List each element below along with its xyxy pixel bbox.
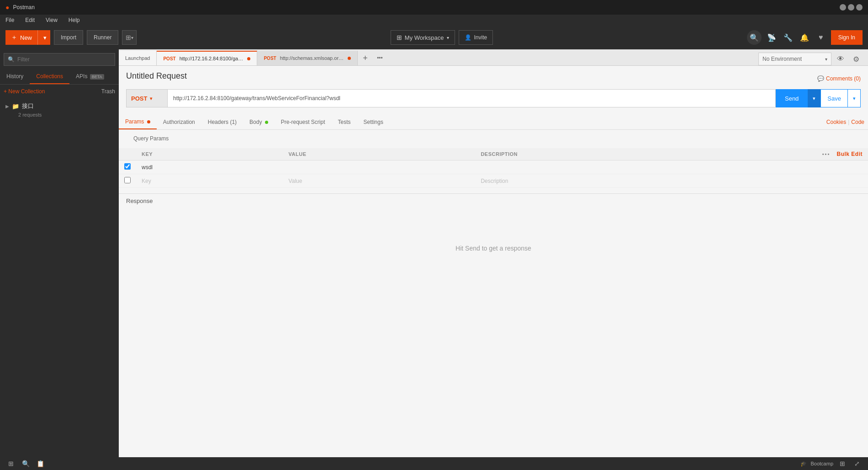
chevron-down-icon: ▾ xyxy=(43,34,47,41)
param-actions-p xyxy=(795,174,868,188)
req-tab-params[interactable]: Params xyxy=(119,115,157,129)
sidebar-icon: ⊞ xyxy=(8,460,14,467)
expand-icon: ▶ xyxy=(5,104,9,109)
request-tabs: Params Authorization Headers (1) Body Pr… xyxy=(119,115,868,130)
minimize-button[interactable] xyxy=(840,4,846,11)
app-title: Postman xyxy=(13,4,34,11)
collection-status-button[interactable]: 📋 xyxy=(35,458,46,469)
method-select[interactable]: POST ▾ xyxy=(126,89,167,107)
new-button[interactable]: ＋ New ▾ xyxy=(5,30,50,45)
req-tab-settings[interactable]: Settings xyxy=(357,115,390,129)
tab-launchpad[interactable]: Launchpad xyxy=(119,51,157,65)
param-checkbox-1[interactable] xyxy=(124,163,131,170)
req-tab-tests[interactable]: Tests xyxy=(332,115,357,129)
bootcamp-link[interactable]: Bootcamp xyxy=(810,461,833,466)
expand-button[interactable]: ⤢ xyxy=(852,458,863,469)
menu-view[interactable]: View xyxy=(44,16,59,24)
workspace-chevron: ▾ xyxy=(447,35,449,40)
param-row-placeholder: Key Value Description xyxy=(119,174,868,188)
save-button[interactable]: Save xyxy=(820,89,848,107)
layout-button[interactable]: ⊞ xyxy=(837,458,848,469)
req-tab-body[interactable]: Body xyxy=(243,115,275,129)
cookies-link[interactable]: Cookies xyxy=(826,119,846,125)
filter-search-icon: 🔍 xyxy=(8,56,15,63)
environment-select[interactable]: No Environment ▾ xyxy=(758,53,831,65)
content-area: Launchpad POST http://172.16.2.84:8100/g… xyxy=(119,49,868,457)
collection-row[interactable]: ▶ 📁 接口 xyxy=(4,100,115,112)
close-button[interactable] xyxy=(856,4,863,11)
tab-request-1[interactable]: POST http://172.16.2.84:8100/gatew... xyxy=(157,51,257,65)
comments-link[interactable]: 💬 Comments (0) xyxy=(817,75,861,82)
workspace-button[interactable]: ⊞ My Workspace ▾ xyxy=(391,30,455,45)
sidebar-toggle-button[interactable]: ⊞ xyxy=(5,458,16,469)
sidebar-tab-history[interactable]: History xyxy=(0,69,30,84)
more-options-button[interactable]: ••• xyxy=(822,151,831,157)
send-button[interactable]: Send xyxy=(776,89,808,107)
interceptor-button[interactable]: 📡 xyxy=(765,31,778,44)
param-checkbox-cell-1 xyxy=(119,160,136,174)
notification-button[interactable]: 🔔 xyxy=(798,31,811,44)
layout-icon: ⊞ xyxy=(840,460,845,467)
env-chevron: ▾ xyxy=(825,57,827,62)
menu-file[interactable]: File xyxy=(4,16,16,24)
toolbar-extra-icon: ⊞ xyxy=(126,34,131,41)
save-dropdown-button[interactable]: ▾ xyxy=(848,89,861,107)
menu-help[interactable]: Help xyxy=(67,16,82,24)
env-eye-button[interactable]: 👁 xyxy=(834,53,847,65)
filter-input[interactable] xyxy=(17,56,111,63)
bulk-edit-button[interactable]: Bulk Edit xyxy=(836,151,863,157)
req-tab-headers[interactable]: Headers (1) xyxy=(201,115,243,129)
env-settings-button[interactable]: ⚙ xyxy=(850,53,863,65)
req-tab-pre-request-script[interactable]: Pre-request Script xyxy=(275,115,332,129)
more-tabs-button[interactable]: ••• xyxy=(372,51,387,65)
tab-request-2[interactable]: POST http://schemas.xmlsoap.org/s... xyxy=(257,51,358,65)
search-icon: 🔍 xyxy=(750,33,759,42)
menu-bar: File Edit View Help xyxy=(0,15,868,26)
bell-icon: 🔔 xyxy=(800,33,809,42)
sign-in-button[interactable]: Sign In xyxy=(831,30,863,45)
url-input[interactable] xyxy=(167,89,776,107)
send-dropdown-button[interactable]: ▾ xyxy=(808,89,820,107)
checkbox-header xyxy=(119,148,136,160)
send-btn-group: Send ▾ xyxy=(776,89,820,107)
req-tab-authorization[interactable]: Authorization xyxy=(157,115,201,129)
heart-button[interactable]: ♥ xyxy=(815,31,827,44)
param-actions-1 xyxy=(795,160,868,174)
param-key-cell-p[interactable]: Key xyxy=(136,174,283,188)
sidebar-tab-collections[interactable]: Collections xyxy=(30,69,69,84)
param-checkbox-p[interactable] xyxy=(124,177,131,183)
settings-button[interactable]: 🔧 xyxy=(782,31,794,44)
runner-button[interactable]: Runner xyxy=(87,30,118,45)
import-button[interactable]: Import xyxy=(54,30,83,45)
title-bar: ● Postman xyxy=(0,0,868,15)
invite-button[interactable]: 👤 Invite xyxy=(459,30,493,45)
invite-icon: 👤 xyxy=(465,34,471,41)
maximize-button[interactable] xyxy=(848,4,854,11)
param-value-cell-p[interactable]: Value xyxy=(283,174,476,188)
main-layout: 🔍 History Collections APIs BETA + New Co… xyxy=(0,49,868,457)
search-icon-button[interactable]: 🔍 xyxy=(747,30,762,45)
search-wrapper: 🔍 xyxy=(4,53,115,66)
heart-icon: ♥ xyxy=(819,33,823,42)
toolbar-extra-button[interactable]: ⊞ ▾ xyxy=(122,30,137,45)
search-status-icon: 🔍 xyxy=(22,460,30,467)
url-bar: POST ▾ Send ▾ Save ▾ xyxy=(126,89,861,107)
sidebar-tab-apis[interactable]: APIs BETA xyxy=(69,69,111,84)
param-desc-cell-p[interactable]: Description xyxy=(475,174,795,188)
param-key-cell-1[interactable]: wsdl xyxy=(136,160,283,174)
value-header: VALUE xyxy=(283,148,476,160)
add-tab-button[interactable]: + xyxy=(358,51,372,65)
params-table: KEY VALUE DESCRIPTION ••• Bulk Edit xyxy=(119,148,868,188)
new-dropdown-arrow[interactable]: ▾ xyxy=(40,30,50,45)
search-status-button[interactable]: 🔍 xyxy=(20,458,31,469)
trash-button[interactable]: Trash xyxy=(101,88,115,95)
collection-meta: 2 requests xyxy=(4,112,115,118)
code-link[interactable]: Code xyxy=(851,119,864,125)
param-desc-cell-1[interactable] xyxy=(475,160,795,174)
param-value-cell-1[interactable] xyxy=(283,160,476,174)
menu-edit[interactable]: Edit xyxy=(23,16,37,24)
hit-send-message: Hit Send to get a response xyxy=(119,208,868,288)
app-icon: ● xyxy=(5,4,9,11)
collection-icon: 📋 xyxy=(37,460,44,467)
new-collection-button[interactable]: + New Collection xyxy=(4,88,45,95)
